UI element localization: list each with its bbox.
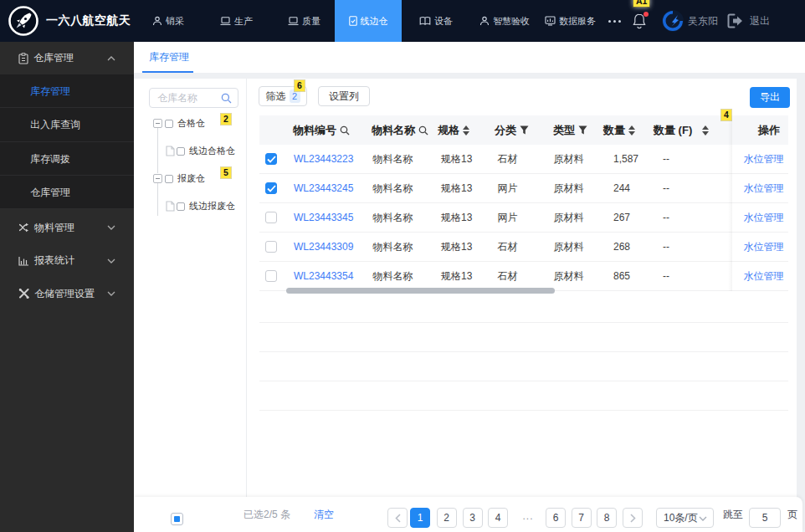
nav-item-data-service[interactable]: 数据服务 [545,0,596,42]
row-checkbox[interactable] [265,270,277,282]
page-size-select[interactable]: 10条/页 [656,508,714,528]
warehouse-search-box [149,88,238,108]
table-row[interactable]: WL23443309 物料名称 规格13 石材 原材料 268 -- 水位管理 [259,233,788,262]
fixed-column-shadow [728,115,732,291]
export-button[interactable]: 导出 [750,87,790,108]
tree-checkbox[interactable] [165,120,173,128]
column-header-code[interactable]: 物料编号 [293,115,350,145]
sidebar-item-inventory[interactable]: 库存管理 [0,74,134,108]
sidebar-item-warehouse[interactable]: 仓库管理 [0,176,134,209]
table-row[interactable]: WL23443245 物料名称 规格13 网片 原材料 244 -- 水位管理 [259,174,788,203]
water-level-link[interactable]: 水位管理 [744,233,784,261]
logout-button[interactable]: 退出 [727,0,770,42]
annotation-mark-5: 5 [221,167,231,178]
tree-node-scrap[interactable]: 报废仓 [153,170,205,188]
category-cell: 石材 [498,145,518,173]
nav-item-sales[interactable]: 销采 [152,0,184,42]
sidebar-item-inout-query[interactable]: 出入库查询 [0,108,134,141]
water-level-link[interactable]: 水位管理 [744,145,784,173]
clear-selection-link[interactable]: 清空 [314,497,334,532]
material-code-link[interactable]: WL23443223 [294,145,353,173]
qty-f-cell: -- [663,233,669,261]
column-header-type[interactable]: 类型 [553,115,587,145]
tree-checkbox[interactable] [177,202,185,211]
jump-page-input[interactable] [749,508,781,528]
type-cell: 原材料 [554,262,584,290]
username[interactable]: 吴东阳 [688,0,718,42]
column-header-qty[interactable]: 数量 [603,115,635,145]
nav-item-quality[interactable]: 质量 [288,0,320,42]
prev-page-button[interactable] [387,508,408,528]
row-checkbox[interactable] [265,212,277,223]
panel-divider [246,79,247,497]
tree-checkbox[interactable] [165,175,173,183]
top-bar: 一六八航空航天 销采 生产 质量 线边仓 设备 智慧验收 数据服务 [0,0,805,42]
more-menu-icon[interactable] [608,0,621,42]
sort-icon[interactable] [702,125,709,136]
column-header-spec[interactable]: 规格 [438,115,469,145]
material-code-link[interactable]: WL23443309 [294,233,353,261]
sort-icon[interactable] [463,125,469,136]
next-page-button[interactable] [623,508,643,528]
page-button-7[interactable]: 7 [572,508,592,528]
page-button-3[interactable]: 3 [463,508,483,528]
column-header-action[interactable]: 操作 [758,115,780,145]
nav-item-production[interactable]: 生产 [220,0,253,42]
column-header-qty-f[interactable]: 数量 (F) [654,115,709,145]
chevron-down-icon [107,258,115,263]
sidebar: 仓库管理 库存管理 出入库查询 库存调拨 仓库管理 物料管理 报表统计 仓储管理… [0,42,134,532]
sidebar-group-material[interactable]: 物料管理 [0,212,134,245]
nav-item-line-warehouse[interactable]: 线边仓 [335,0,402,42]
collapse-icon[interactable] [153,174,162,183]
water-level-link[interactable]: 水位管理 [744,262,784,290]
column-settings-button[interactable]: 设置列 [318,86,370,106]
tab-active-underline [142,71,193,73]
tree-checkbox[interactable] [177,147,185,156]
brand-title: 一六八航空航天 [46,0,131,42]
water-level-link[interactable]: 水位管理 [744,174,784,202]
page-button-8[interactable]: 8 [597,508,617,528]
table-row[interactable]: WL23443354 物料名称 规格13 石材 原材料 865 -- 水位管理 [259,262,788,291]
avatar[interactable] [661,9,685,33]
page-button-4[interactable]: 4 [488,508,508,528]
sort-icon[interactable] [628,125,635,136]
collapse-icon[interactable] [153,119,162,128]
material-code-link[interactable]: WL23443354 [294,262,353,290]
sidebar-group-report[interactable]: 报表统计 [0,244,134,278]
material-code-link[interactable]: WL23443245 [294,174,353,202]
sidebar-group-warehouse[interactable]: 仓库管理 [0,42,134,74]
table-row[interactable]: WL23443223 物料名称 规格13 石材 原材料 1,587 -- 水位管… [259,145,788,174]
nav-item-equipment[interactable]: 设备 [419,0,453,42]
material-code-link[interactable]: WL23443345 [294,203,353,232]
select-all-checkbox[interactable] [171,513,183,525]
page-ellipsis[interactable]: ... [518,508,538,528]
nav-item-smart-acceptance[interactable]: 智慧验收 [479,0,530,42]
tree-node-line-scrap[interactable]: 线边报废仓 [166,197,235,216]
page-button-2[interactable]: 2 [437,508,457,528]
row-checkbox[interactable] [265,182,277,194]
notification-bell[interactable] [632,13,649,31]
water-level-link[interactable]: 水位管理 [744,203,784,232]
qty-cell: 267 [613,203,630,232]
spec-cell: 规格13 [441,145,472,173]
chevron-down-icon [699,516,707,521]
chevron-down-icon [107,291,115,296]
tree-node-qualified[interactable]: 合格仓 [153,115,205,133]
table-row[interactable]: WL23443345 物料名称 规格13 网片 原材料 267 -- 水位管理 [259,203,788,233]
column-header-name[interactable]: 物料名称 [372,115,428,145]
row-checkbox[interactable] [265,241,277,253]
horizontal-scrollbar-thumb[interactable] [286,288,555,294]
sidebar-item-transfer[interactable]: 库存调拨 [0,142,134,176]
page-button-6[interactable]: 6 [546,508,566,528]
spec-cell: 规格13 [441,203,472,232]
column-header-category[interactable]: 分类 [495,115,529,145]
row-checkbox[interactable] [265,153,277,165]
page-button-1[interactable]: 1 [410,508,430,528]
app-window: 一六八航空航天 销采 生产 质量 线边仓 设备 智慧验收 数据服务 [0,0,805,532]
tab-inventory[interactable]: 库存管理 [142,42,196,73]
warehouse-search-input[interactable] [157,89,218,107]
tree-node-line-qualified[interactable]: 线边合格仓 [166,142,235,161]
shuffle-icon [18,223,29,233]
chevron-left-icon [395,514,401,523]
sidebar-group-settings[interactable]: 仓储管理设置 [0,278,134,311]
